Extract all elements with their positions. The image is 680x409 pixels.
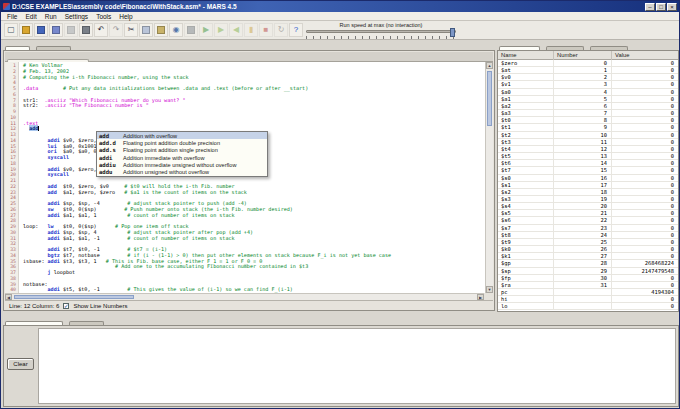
register-row[interactable]: lo0: [498, 303, 678, 310]
register-row[interactable]: $v130: [498, 81, 678, 88]
assemble-icon[interactable]: [184, 23, 198, 37]
column-value[interactable]: Value: [612, 51, 678, 60]
backstep-icon[interactable]: ◀: [229, 23, 243, 37]
step-icon[interactable]: ▶: [214, 23, 228, 37]
scroll-down-arrow-icon[interactable]: ▼: [486, 286, 493, 293]
menu-settings[interactable]: Settings: [61, 13, 93, 20]
cut-icon[interactable]: ✂: [124, 23, 138, 37]
menu-file[interactable]: File: [3, 13, 21, 20]
register-row[interactable]: $s4200: [498, 203, 678, 210]
clear-button[interactable]: Clear: [7, 358, 34, 370]
menu-help[interactable]: Help: [115, 13, 136, 20]
menu-tools[interactable]: Tools: [92, 13, 115, 20]
menu-edit[interactable]: Edit: [21, 13, 40, 20]
column-number[interactable]: Number: [554, 51, 612, 60]
register-row[interactable]: $v020: [498, 74, 678, 81]
title-bar[interactable]: D:\CSE EXAMPLES\assembly code\FibonacciW…: [1, 1, 679, 12]
instruction-name: add.s: [99, 147, 123, 153]
register-row[interactable]: $at10: [498, 67, 678, 74]
register-row[interactable]: $s6220: [498, 217, 678, 224]
new-file-icon[interactable]: ▢: [4, 23, 18, 37]
register-row[interactable]: $a260: [498, 103, 678, 110]
paste-icon[interactable]: [154, 23, 168, 37]
vertical-scrollbar[interactable]: ▲ ▼: [485, 62, 493, 293]
print-icon[interactable]: [79, 23, 93, 37]
register-row[interactable]: $t2100: [498, 132, 678, 139]
run-speed-thumb[interactable]: [450, 28, 455, 37]
copy-icon[interactable]: [139, 23, 153, 37]
code-segment: syscall: [48, 171, 69, 177]
register-row[interactable]: $t8240: [498, 232, 678, 239]
register-row[interactable]: $fp300: [498, 275, 678, 282]
code-editor[interactable]: 1234567891011121314151617181920212223242…: [5, 62, 493, 293]
register-row[interactable]: $s5210: [498, 210, 678, 217]
save-icon[interactable]: [34, 23, 48, 37]
show-line-numbers-checkbox[interactable]: ✓: [63, 303, 69, 309]
register-row[interactable]: $k0260: [498, 246, 678, 253]
register-row[interactable]: $t4120: [498, 146, 678, 153]
register-value: 0: [612, 89, 678, 96]
register-row[interactable]: $s1170: [498, 182, 678, 189]
register-row[interactable]: $ra310: [498, 282, 678, 289]
menu-run[interactable]: Run: [41, 13, 61, 20]
column-name[interactable]: Name: [498, 51, 554, 60]
save-as-icon[interactable]: [49, 23, 63, 37]
register-row[interactable]: $s7230: [498, 225, 678, 232]
run-speed-slider[interactable]: [306, 30, 456, 33]
register-row[interactable]: $a040: [498, 89, 678, 96]
register-row[interactable]: $k1270: [498, 253, 678, 260]
instruction-description: Floating point addition double precision: [123, 140, 220, 146]
register-row[interactable]: pc4194304: [498, 289, 678, 296]
run-icon[interactable]: ▶: [199, 23, 213, 37]
find-replace-icon[interactable]: ◉: [169, 23, 183, 37]
register-row[interactable]: $sp292147479548: [498, 268, 678, 275]
autocomplete-item[interactable]: addAddition with overflow: [97, 132, 267, 139]
register-value: 0: [612, 132, 678, 139]
register-row[interactable]: $a370: [498, 110, 678, 117]
dump-memory-icon[interactable]: [64, 23, 78, 37]
autocomplete-item[interactable]: add.dFloating point addition double prec…: [97, 139, 267, 146]
register-row[interactable]: $gp28268468224: [498, 260, 678, 267]
code-area[interactable]: # Ken Vollmar# Feb. 13, 2002# Computing …: [19, 62, 485, 293]
register-value: 0: [612, 303, 678, 310]
stop-icon[interactable]: ■: [259, 23, 273, 37]
register-name: lo: [498, 303, 554, 310]
register-number: 29: [554, 268, 612, 275]
reset-icon[interactable]: ↻: [274, 23, 288, 37]
register-row[interactable]: $s3190: [498, 196, 678, 203]
maximize-button[interactable]: □: [656, 3, 666, 11]
code-segment: # This gives the value of (i-1) so we ca…: [100, 286, 293, 292]
messages-output-area[interactable]: [38, 328, 676, 404]
register-row[interactable]: $t080: [498, 117, 678, 124]
help-icon[interactable]: ?: [289, 23, 303, 37]
register-number: [554, 289, 612, 296]
register-row[interactable]: $s2180: [498, 189, 678, 196]
register-name: $s0: [498, 175, 554, 182]
register-row[interactable]: $a150: [498, 96, 678, 103]
register-row[interactable]: $t3110: [498, 139, 678, 146]
pause-icon[interactable]: ▮: [244, 23, 258, 37]
vertical-scroll-thumb[interactable]: [487, 71, 492, 126]
register-row[interactable]: hi0: [498, 296, 678, 303]
register-row[interactable]: $t7150: [498, 167, 678, 174]
register-name: $k1: [498, 253, 554, 260]
horizontal-scrollbar[interactable]: ◀ ▶: [5, 293, 484, 300]
register-name: $t5: [498, 153, 554, 160]
scroll-up-arrow-icon[interactable]: ▲: [486, 62, 493, 69]
register-row[interactable]: $t190: [498, 124, 678, 131]
register-row[interactable]: $zero00: [498, 60, 678, 67]
undo-icon[interactable]: ↶: [94, 23, 108, 37]
register-row[interactable]: $t6140: [498, 160, 678, 167]
redo-icon[interactable]: ↷: [109, 23, 123, 37]
close-button[interactable]: ×: [667, 3, 677, 11]
autocomplete-item[interactable]: add.sFloating point addition single prec…: [97, 147, 267, 154]
horizontal-scroll-thumb[interactable]: [14, 295, 134, 299]
autocomplete-item[interactable]: addiuAddition immediate unsigned without…: [97, 161, 267, 168]
register-row[interactable]: $t9250: [498, 239, 678, 246]
minimize-button[interactable]: –: [645, 3, 655, 11]
register-row[interactable]: $s0160: [498, 175, 678, 182]
autocomplete-item[interactable]: addiAddition immediate with overflow: [97, 154, 267, 161]
open-file-icon[interactable]: [19, 23, 33, 37]
register-row[interactable]: $t5130: [498, 153, 678, 160]
autocomplete-item[interactable]: adduAddition unsigned without overflow: [97, 168, 267, 175]
